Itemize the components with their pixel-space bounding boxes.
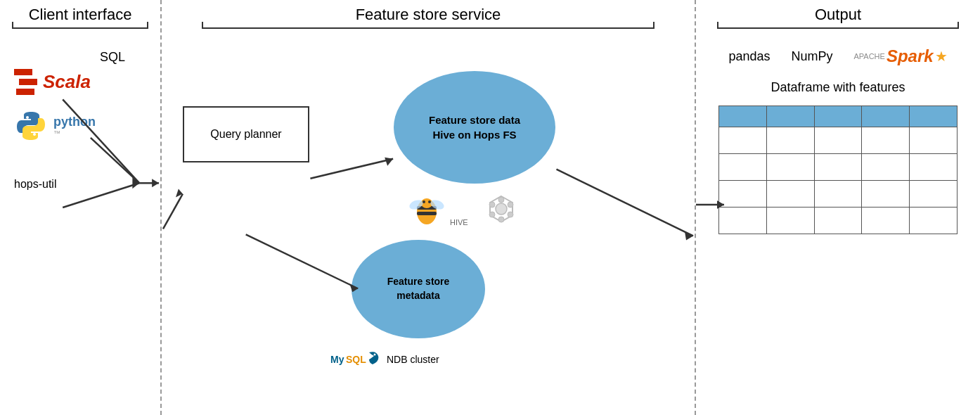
table-header-cell (766, 106, 814, 127)
output-content: pandas NumPy APACHE Spark ★ Dataframe wi… (696, 29, 980, 415)
client-section: Client interface SQL Scala (0, 0, 162, 415)
table-header-cell (862, 106, 910, 127)
table-cell (862, 127, 910, 154)
table-cell (766, 208, 814, 234)
scala-logo: Scala (14, 69, 91, 95)
python-logo: python ™ (14, 109, 96, 143)
svg-point-18 (496, 203, 507, 215)
query-planner-box: Query planner (183, 106, 309, 162)
python-tm: ™ (53, 129, 96, 137)
fs-meta-ellipse: Feature storemetadata (352, 240, 485, 338)
table-cell (814, 208, 862, 234)
table-cell (719, 127, 767, 154)
svg-point-1 (33, 133, 36, 136)
mysql-icon: My SQL (330, 349, 380, 370)
sql-label: SQL (100, 50, 125, 64)
table-row (719, 127, 958, 154)
svg-line-30 (310, 159, 393, 179)
client-title: Client interface (29, 6, 132, 24)
fs-data-ellipse: Feature store dataHive on Hops FS (394, 71, 555, 184)
svg-point-16 (428, 200, 431, 203)
svg-point-24 (489, 202, 495, 208)
output-logos-row: pandas NumPy APACHE Spark ★ (696, 36, 980, 66)
svg-point-15 (423, 200, 425, 203)
table-cell (766, 154, 814, 181)
table-header-cell (910, 106, 958, 127)
table-cell (862, 154, 910, 181)
fs-data-label: Feature store dataHive on Hops FS (429, 113, 520, 142)
diagram: Client interface SQL Scala (0, 0, 980, 415)
table-cell (910, 127, 958, 154)
svg-line-28 (163, 194, 183, 229)
numpy-label: NumPy (791, 49, 832, 64)
table-header-cell (814, 106, 862, 127)
ndb-label: NDB cluster (387, 354, 439, 365)
scala-icon (14, 69, 37, 95)
table-cell (814, 154, 862, 181)
apache-label: APACHE (853, 52, 884, 60)
query-planner-label: Query planner (210, 128, 281, 141)
client-header: Client interface (0, 0, 160, 29)
svg-marker-29 (176, 189, 183, 198)
table-cell (910, 154, 958, 181)
table-cell (719, 208, 767, 234)
table-cell (814, 127, 862, 154)
hive-label: HIVE (450, 218, 468, 226)
feature-store-section: Feature store service Query planner Feat… (162, 0, 696, 415)
svg-point-23 (489, 212, 495, 217)
table-cell (719, 154, 767, 181)
table-cell (766, 181, 814, 208)
table-cell (862, 181, 910, 208)
svg-point-20 (508, 202, 513, 208)
client-content: SQL Scala python (0, 29, 160, 415)
dataframe-label: Dataframe with features (696, 80, 980, 95)
hops-util-label: hops-util (14, 178, 56, 191)
rondb-icon (486, 194, 517, 226)
svg-point-22 (498, 217, 504, 222)
svg-text:My: My (330, 354, 344, 365)
table-row (719, 208, 958, 234)
svg-point-0 (26, 116, 29, 119)
fs-header: Feature store service (162, 0, 695, 29)
table-row (719, 154, 958, 181)
svg-point-19 (498, 197, 504, 203)
dataframe-table (718, 106, 958, 234)
python-label: python (53, 115, 96, 129)
svg-marker-31 (385, 158, 393, 166)
svg-rect-10 (417, 212, 437, 215)
table-cell (719, 181, 767, 208)
table-cell (862, 208, 910, 234)
table-cell (910, 208, 958, 234)
spark-logo-container: APACHE Spark ★ (853, 46, 947, 66)
svg-point-21 (508, 212, 513, 217)
mysql-row: My SQL NDB cluster (330, 349, 439, 370)
fs-meta-label: Feature storemetadata (387, 275, 450, 302)
svg-text:SQL: SQL (346, 354, 366, 365)
svg-line-32 (246, 234, 359, 288)
fs-content: Query planner Feature store dataHive on … (162, 29, 695, 415)
svg-point-27 (374, 354, 376, 356)
table-header-row (719, 106, 958, 127)
scala-label: Scala (43, 71, 91, 93)
spark-label: Spark (886, 46, 934, 66)
hive-icon (408, 191, 446, 229)
table-cell (766, 127, 814, 154)
svg-line-34 (557, 170, 693, 236)
client-brace (12, 27, 148, 29)
pandas-label: pandas (728, 49, 770, 64)
python-icon (14, 109, 48, 143)
output-header: Output (696, 0, 980, 29)
table-cell (814, 181, 862, 208)
db-icons: HIVE (408, 191, 517, 229)
table-row (719, 181, 958, 208)
spark-star: ★ (935, 48, 948, 65)
table-cell (910, 181, 958, 208)
fs-title: Feature store service (356, 6, 501, 24)
table-header-cell (719, 106, 767, 127)
output-section: Output pandas NumPy APACHE Spark ★ Dataf… (696, 0, 980, 415)
svg-marker-35 (685, 231, 693, 240)
output-title: Output (815, 6, 861, 24)
